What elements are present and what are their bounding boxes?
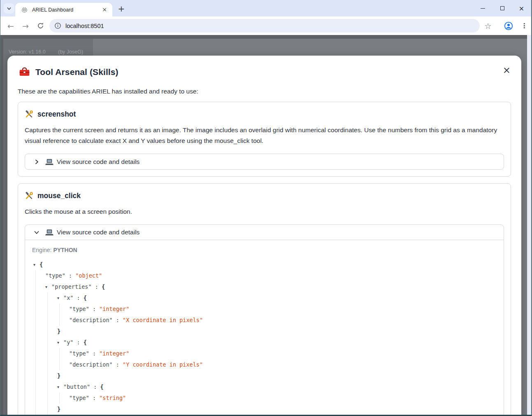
tool-description: Captures the current screen and returns … <box>25 125 504 146</box>
json-colon: : <box>73 339 83 346</box>
collapse-triangle-icon[interactable]: ▾ <box>33 259 39 270</box>
source-expander-expanded: View source code and details Engine: PYT… <box>25 224 504 416</box>
chevron-down-icon <box>34 229 39 235</box>
bookmark-star-icon[interactable]: ☆ <box>482 20 494 32</box>
window-close-button[interactable]: × <box>512 0 531 16</box>
expander-header[interactable]: View source code and details <box>25 154 504 169</box>
expander-label: View source code and details <box>57 229 139 236</box>
page-scrollbar[interactable] <box>527 35 531 416</box>
tool-heading: screenshot <box>25 110 504 119</box>
dimmed-header-strip <box>0 35 531 39</box>
json-node: ▾"button" : {"type" : "string"} <box>57 381 497 415</box>
json-key: "properties" <box>51 283 92 290</box>
collapse-triangle-icon[interactable]: ▾ <box>45 281 51 292</box>
browser-tab[interactable]: ARIEL Dashboard × <box>15 3 112 16</box>
dialog-intro-text: These are the capabilities ARIEL has ins… <box>18 88 511 95</box>
maximize-icon <box>500 6 504 10</box>
app-version-text: Version: v1.16.0 <box>9 49 46 55</box>
back-button[interactable]: ← <box>5 20 17 32</box>
tool-name: screenshot <box>37 110 76 119</box>
source-expander-collapsed: View source code and details <box>25 154 504 170</box>
close-brace: } <box>57 328 60 334</box>
reload-icon <box>37 22 44 29</box>
json-children: "type" : "object"▾"properties" : {▾"x" :… <box>35 270 497 416</box>
json-children: "type" : "integer""description" : "Y coo… <box>59 348 497 370</box>
tool-heading: mouse_click <box>25 192 504 200</box>
json-node: ▾"properties" : {▾"x" : {"type" : "integ… <box>45 281 497 416</box>
json-key: "type" <box>69 306 89 312</box>
tool-name: mouse_click <box>37 192 81 200</box>
new-tab-button[interactable]: + <box>116 3 127 14</box>
collapse-triangle-icon[interactable]: ▾ <box>57 337 63 348</box>
tool-description: Clicks the mouse at a screen position. <box>25 206 504 217</box>
open-brace: { <box>102 283 105 290</box>
browser-window: ARIEL Dashboard × + × ← → localhost:8501 <box>0 0 532 416</box>
tool-card-screenshot: screenshot Captures the current screen a… <box>18 102 511 177</box>
json-key: "description" <box>69 317 113 323</box>
json-string-value: "integer" <box>99 350 129 357</box>
expander-body: Engine: PYTHON ▾{"type" : "object"▾"prop… <box>25 240 504 416</box>
json-node: "type" : "integer" <box>69 304 497 315</box>
json-key: "description" <box>69 361 113 368</box>
close-brace: } <box>57 406 60 412</box>
maximize-button[interactable] <box>493 0 512 16</box>
tool-arsenal-dialog: × Tool Arsenal (Skills) These are the ca… <box>7 56 521 416</box>
expander-label: View source code and details <box>57 158 139 166</box>
json-children: ▾"x" : {"type" : "integer""description" … <box>47 292 497 415</box>
json-string-value: "X coordinate in pixels" <box>123 317 203 323</box>
dialog-header: Tool Arsenal (Skills) <box>19 66 511 77</box>
tab-search-button[interactable] <box>4 3 14 14</box>
json-key: "button" <box>63 383 90 390</box>
json-colon: : <box>113 361 123 368</box>
profile-button[interactable] <box>502 20 515 32</box>
laptop-icon <box>45 228 53 236</box>
url-text: localhost:8501 <box>65 23 104 29</box>
browser-menu-icon[interactable]: ⋮ <box>518 20 530 32</box>
collapse-triangle-icon[interactable]: ▾ <box>57 381 63 393</box>
toolbox-icon <box>19 66 30 77</box>
address-bar[interactable]: localhost:8501 <box>49 19 480 33</box>
minimize-button[interactable] <box>473 0 493 16</box>
dialog-close-icon[interactable]: × <box>503 65 511 75</box>
engine-value: PYTHON <box>53 247 77 253</box>
json-node: "type" : "integer" <box>69 348 497 359</box>
json-node: "type" : "string" <box>69 393 497 404</box>
json-node: ▾"y" : {"type" : "integer""description" … <box>57 337 497 381</box>
forward-button[interactable]: → <box>19 20 32 32</box>
json-key: "type" <box>45 272 65 279</box>
robot-favicon-icon <box>21 6 28 13</box>
json-colon: : <box>113 317 123 323</box>
tab-close-icon[interactable]: × <box>101 6 108 14</box>
expander-header[interactable]: View source code and details <box>25 225 504 240</box>
page-area: Version: v1.16.0 (by JoseG) × Tool Arsen… <box>0 35 531 416</box>
json-string-value: "string" <box>99 395 126 401</box>
open-brace: { <box>84 339 87 346</box>
json-node: ▾"x" : {"type" : "integer""description" … <box>57 292 497 337</box>
json-key: "x" <box>63 294 73 301</box>
open-brace: { <box>84 294 87 301</box>
collapse-triangle-icon[interactable]: ▾ <box>57 292 63 304</box>
tab-title: ARIEL Dashboard <box>32 7 101 13</box>
tab-strip: ARIEL Dashboard × + × <box>0 0 531 16</box>
json-colon: : <box>92 283 102 290</box>
window-close-icon: × <box>519 5 524 12</box>
json-colon: : <box>89 350 99 357</box>
json-schema-tree: ▾{"type" : "object"▾"properties" : {▾"x"… <box>33 259 497 416</box>
json-string-value: "integer" <box>99 306 129 312</box>
sidebar-edge <box>0 35 3 416</box>
json-colon: : <box>89 395 99 401</box>
engine-label: Engine: <box>32 247 51 253</box>
site-info-icon[interactable] <box>54 22 61 29</box>
dialog-title: Tool Arsenal (Skills) <box>35 67 118 77</box>
json-colon: : <box>89 306 99 312</box>
tool-card-mouse-click: mouse_click Clicks the mouse at a screen… <box>18 183 511 416</box>
json-string-value: "object" <box>75 272 102 279</box>
json-node: "description" : "Y coordinate in pixels" <box>69 359 497 370</box>
reload-button[interactable] <box>34 20 46 32</box>
json-node: "description" : "X coordinate in pixels" <box>69 315 497 326</box>
json-children: "type" : "integer""description" : "X coo… <box>59 304 497 326</box>
json-node: "type" : "object" <box>45 270 497 281</box>
browser-toolbar: ← → localhost:8501 ☆ ⋮ <box>0 16 531 35</box>
chevron-down-icon <box>7 6 12 11</box>
open-brace: { <box>100 383 103 390</box>
